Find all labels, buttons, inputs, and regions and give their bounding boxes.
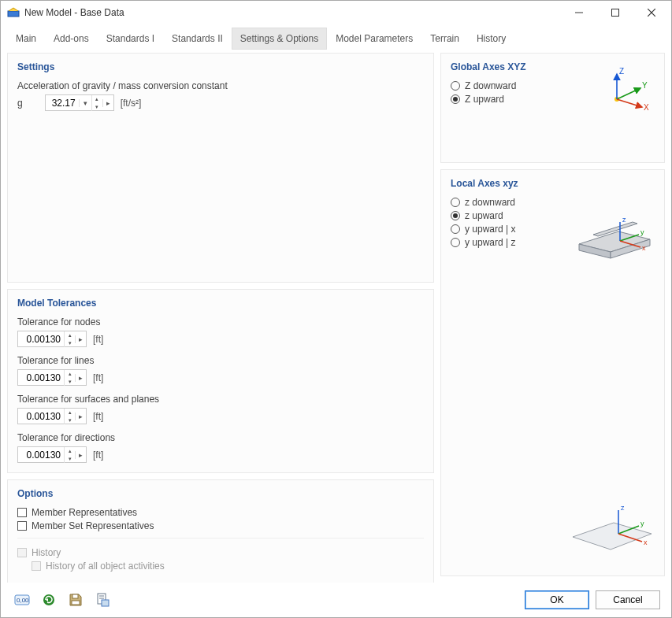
settings-panel: Settings Acceleration of gravity / mass … xyxy=(7,53,434,283)
tab-settings-options[interactable]: Settings & Options xyxy=(232,28,327,50)
local-y-up-x-radio[interactable] xyxy=(451,224,460,234)
tol-surfaces-input[interactable]: ▴▾ ▸ xyxy=(17,408,87,424)
tol-nodes-input[interactable]: ▴▾ ▸ xyxy=(17,331,87,347)
svg-line-8 xyxy=(617,88,640,99)
member-set-repr-checkbox[interactable] xyxy=(17,521,27,531)
gravity-label: Acceleration of gravity / mass conversio… xyxy=(17,80,424,91)
svg-text:z: z xyxy=(622,216,626,224)
local-axes-panel: Local Axes xyz z downward z upward y upw… xyxy=(440,169,665,576)
spin-up-icon[interactable]: ▴ xyxy=(65,370,75,378)
tol-surfaces-spinner[interactable]: ▴▾ xyxy=(64,409,75,424)
svg-rect-0 xyxy=(8,11,19,17)
tol-lines-input[interactable]: ▴▾ ▸ xyxy=(17,369,87,386)
spin-down-icon[interactable]: ▾ xyxy=(65,455,75,463)
settings-title: Settings xyxy=(17,61,424,72)
g-symbol: g xyxy=(17,98,23,109)
tab-strip: Main Add-ons Standards I Standards II Se… xyxy=(1,24,671,50)
global-axes-icon: Z Y X xyxy=(603,66,653,116)
cancel-button[interactable]: Cancel xyxy=(596,590,660,609)
member-repr-label: Member Representatives xyxy=(32,507,137,518)
spin-up-icon[interactable]: ▴ xyxy=(92,95,102,103)
options-title: Options xyxy=(17,488,424,499)
window-title: New Model - Base Data xyxy=(24,7,561,18)
tol-lines-expand-icon[interactable]: ▸ xyxy=(75,374,86,382)
app-icon xyxy=(7,6,20,19)
spin-down-icon[interactable]: ▾ xyxy=(65,339,75,347)
local-z-down-radio[interactable] xyxy=(451,198,460,207)
tol-lines-label: Tolerance for lines xyxy=(17,355,424,366)
history-all-checkbox xyxy=(32,561,41,571)
svg-text:y: y xyxy=(640,520,644,527)
tab-history[interactable]: History xyxy=(468,28,514,50)
minimize-button[interactable] xyxy=(561,1,597,24)
titlebar: New Model - Base Data xyxy=(1,1,671,24)
gravity-value[interactable] xyxy=(46,96,79,110)
ok-button[interactable]: OK xyxy=(525,590,589,609)
local-z-up-radio[interactable] xyxy=(451,211,460,220)
tab-standards-2[interactable]: Standards II xyxy=(163,28,232,50)
spin-down-icon[interactable]: ▾ xyxy=(92,103,102,111)
tab-main[interactable]: Main xyxy=(7,28,45,50)
spin-down-icon[interactable]: ▾ xyxy=(65,416,75,424)
svg-text:x: x xyxy=(644,538,648,546)
svg-marker-22 xyxy=(573,523,652,550)
svg-rect-33 xyxy=(72,594,78,598)
tol-surfaces-label: Tolerance for surfaces and planes xyxy=(17,394,424,405)
report-icon[interactable] xyxy=(92,590,113,610)
tol-surfaces-value[interactable] xyxy=(18,409,64,424)
tol-directions-spinner[interactable]: ▴▾ xyxy=(64,447,75,463)
gravity-input[interactable]: ▾ ▴▾ ▸ xyxy=(45,94,114,111)
gravity-unit: [ft/s²] xyxy=(121,98,142,109)
history-all-label: History of all object activities xyxy=(46,561,165,572)
tol-directions-input[interactable]: ▴▾ ▸ xyxy=(17,446,87,463)
tol-lines-spinner[interactable]: ▴▾ xyxy=(64,370,75,386)
save-icon[interactable] xyxy=(65,590,86,610)
tolerances-title: Model Tolerances xyxy=(17,298,424,309)
spin-up-icon[interactable]: ▴ xyxy=(65,447,75,455)
svg-text:Z: Z xyxy=(619,67,624,76)
spin-up-icon[interactable]: ▴ xyxy=(65,331,75,339)
tolerances-panel: Model Tolerances Tolerance for nodes ▴▾ … xyxy=(7,289,434,473)
svg-text:X: X xyxy=(644,103,649,112)
close-button[interactable] xyxy=(633,1,670,24)
svg-text:0,00: 0,00 xyxy=(17,597,29,604)
gravity-expand-icon[interactable]: ▸ xyxy=(102,99,113,107)
svg-text:z: z xyxy=(621,504,625,512)
tab-standards-1[interactable]: Standards I xyxy=(98,28,163,50)
z-upward-label: Z upward xyxy=(465,94,504,105)
spin-down-icon[interactable]: ▾ xyxy=(65,378,75,386)
local-z-up-label: z upward xyxy=(465,210,503,221)
svg-text:x: x xyxy=(642,244,646,252)
svg-rect-38 xyxy=(102,600,109,606)
tol-nodes-value[interactable] xyxy=(18,332,64,346)
tab-add-ons[interactable]: Add-ons xyxy=(45,28,98,50)
tol-directions-unit: [ft] xyxy=(93,450,103,461)
tab-model-parameters[interactable]: Model Parameters xyxy=(327,28,421,50)
z-upward-radio[interactable] xyxy=(451,94,460,104)
units-icon[interactable]: 0,00 xyxy=(12,590,32,610)
tol-directions-expand-icon[interactable]: ▸ xyxy=(75,451,86,459)
local-y-up-z-radio[interactable] xyxy=(451,238,460,247)
z-downward-radio[interactable] xyxy=(451,81,460,91)
options-panel: Options Member Representatives Member Se… xyxy=(7,479,434,583)
spin-up-icon[interactable]: ▴ xyxy=(65,409,75,416)
history-label: History xyxy=(32,547,61,558)
gravity-spinner[interactable]: ▴▾ xyxy=(91,95,102,111)
tol-nodes-expand-icon[interactable]: ▸ xyxy=(75,335,86,343)
tol-lines-value[interactable] xyxy=(18,371,64,385)
local-axes-plane-icon: z y x xyxy=(563,499,658,564)
member-repr-checkbox[interactable] xyxy=(17,508,27,517)
svg-line-10 xyxy=(617,99,642,107)
gravity-dropdown-icon[interactable]: ▾ xyxy=(79,99,91,107)
tol-nodes-spinner[interactable]: ▴▾ xyxy=(64,331,75,347)
local-axes-beam-icon: z y x xyxy=(571,213,658,270)
refresh-icon[interactable] xyxy=(39,590,59,610)
tol-directions-value[interactable] xyxy=(18,448,64,462)
global-axes-panel: Global Axes XYZ Z downward Z upward xyxy=(440,53,665,163)
maximize-button[interactable] xyxy=(597,1,633,24)
tol-nodes-label: Tolerance for nodes xyxy=(17,316,424,328)
footer: 0,00 OK Cancel xyxy=(1,583,671,617)
tol-surfaces-expand-icon[interactable]: ▸ xyxy=(75,413,86,420)
tab-terrain[interactable]: Terrain xyxy=(421,28,468,50)
svg-rect-34 xyxy=(72,601,80,605)
